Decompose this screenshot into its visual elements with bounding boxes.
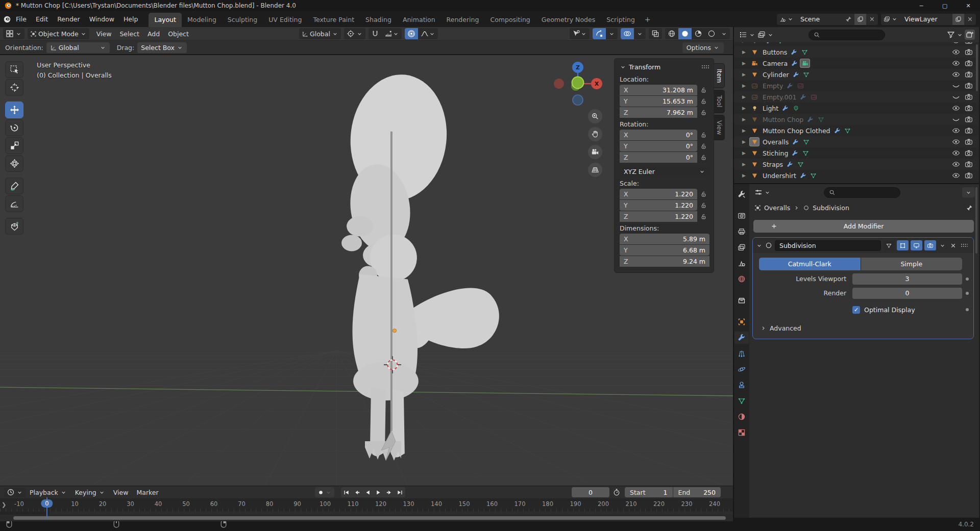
mode-dropdown[interactable]: Object Mode [28, 28, 89, 39]
object-data-icon[interactable] [808, 92, 819, 102]
object-type-icon[interactable] [749, 148, 760, 158]
animate-dot[interactable] [966, 292, 969, 295]
workspace-tab[interactable]: Geometry Nodes [536, 13, 601, 27]
hide-viewport-eye-icon[interactable] [952, 59, 960, 67]
rotation-field[interactable]: X0° [620, 130, 697, 140]
breadcrumb-modifier[interactable]: Subdivision [813, 204, 849, 212]
disclosure-icon[interactable]: ▶ [742, 173, 749, 178]
filter-icon[interactable] [947, 31, 955, 39]
properties-tab[interactable] [734, 273, 749, 285]
delete-modifier-button[interactable] [949, 242, 958, 249]
properties-editor-type-button[interactable] [753, 187, 772, 198]
outliner-scrollbar[interactable] [976, 44, 978, 91]
timeline-ruler[interactable]: -100102030405060708090100110120130140150… [0, 498, 733, 512]
menu-item[interactable]: Render [53, 13, 85, 25]
disclosure-icon[interactable]: ▶ [742, 72, 749, 77]
animate-dot[interactable] [966, 277, 969, 281]
object-data-icon[interactable] [843, 126, 853, 135]
disable-render-camera-icon[interactable] [965, 115, 973, 123]
properties-tab[interactable] [734, 257, 749, 269]
lock-icon[interactable] [697, 154, 709, 161]
snap-toggle[interactable] [369, 28, 382, 39]
hide-viewport-eye-icon[interactable] [952, 160, 960, 168]
scale-field[interactable]: X1.220 [620, 189, 697, 199]
properties-tab[interactable] [734, 347, 749, 360]
menu-item[interactable]: Window [85, 13, 119, 25]
timeline-scrollbar[interactable] [13, 516, 726, 520]
outliner-row[interactable]: ▶ Buttons [734, 46, 979, 58]
outliner-row[interactable]: ▶ Mutton Chop Clothed [734, 125, 979, 136]
hide-viewport-eye-icon[interactable] [952, 138, 960, 146]
properties-tab[interactable] [734, 294, 749, 307]
properties-scrollbar[interactable] [975, 187, 977, 254]
edit-mode-toggle[interactable] [897, 240, 909, 250]
modifier-wrench-icon[interactable] [807, 116, 814, 123]
minimize-button[interactable]: ─ [910, 0, 933, 11]
object-type-icon[interactable] [749, 126, 760, 135]
disclosure-icon[interactable]: ▶ [742, 83, 749, 88]
disclosure-icon[interactable]: ▶ [742, 150, 749, 156]
gizmos-toggle[interactable] [593, 28, 606, 39]
hide-viewport-eye-icon[interactable] [952, 127, 960, 135]
lock-icon[interactable] [697, 143, 709, 149]
dimension-field[interactable]: Z9.24 m [620, 256, 709, 267]
outliner-row[interactable]: ▶ Mutton Chop [734, 114, 979, 125]
scale-field[interactable]: Y1.220 [620, 200, 697, 211]
modifier-wrench-icon[interactable] [791, 49, 797, 56]
sidebar-tab[interactable]: Item [714, 63, 725, 88]
playback-button[interactable] [373, 487, 384, 497]
disable-render-camera-icon[interactable] [965, 93, 973, 101]
subdivision-type-button[interactable]: Simple [861, 258, 963, 270]
object-name[interactable]: Buttons [763, 48, 787, 56]
timeline-menu-item[interactable]: View [109, 489, 133, 496]
properties-tab[interactable] [734, 225, 749, 238]
object-name[interactable]: Empty [763, 82, 783, 90]
outliner-search-input[interactable] [808, 30, 885, 40]
object-data-icon[interactable] [801, 70, 812, 79]
tool-button[interactable] [5, 61, 23, 78]
drag-handle-icon[interactable] [701, 65, 709, 69]
modifier-extras-dropdown[interactable] [938, 242, 947, 249]
object-type-icon[interactable] [749, 137, 760, 146]
camera-view-button[interactable] [588, 145, 602, 159]
disclosure-icon[interactable]: ▶ [742, 117, 749, 122]
tool-button[interactable] [5, 218, 23, 235]
field-value[interactable]: 0 [852, 288, 962, 299]
drag-setting-dropdown[interactable]: Select Box [137, 42, 187, 53]
object-name[interactable]: Empty.001 [763, 93, 796, 101]
disclosure-icon[interactable]: ▶ [742, 61, 749, 66]
gizmos-dropdown[interactable] [606, 28, 618, 39]
disable-render-camera-icon[interactable] [965, 82, 973, 90]
scene-selector[interactable]: Scene [777, 14, 878, 25]
hide-viewport-eye-icon[interactable] [952, 115, 960, 123]
disclosure-icon[interactable]: ▶ [742, 49, 749, 55]
pin-id-icon[interactable] [966, 205, 973, 211]
falloff-dropdown[interactable] [418, 28, 438, 39]
location-field[interactable]: Y15.653 m [620, 96, 697, 107]
object-type-icon[interactable] [749, 171, 760, 180]
auto-key-button[interactable] [315, 487, 334, 497]
add-workspace-button[interactable]: + [641, 13, 655, 26]
outliner-row[interactable]: ▶ Cylinder [734, 69, 979, 80]
hide-viewport-eye-icon[interactable] [952, 93, 960, 101]
tool-button[interactable] [5, 178, 23, 194]
filter-dropdown-icon[interactable] [957, 32, 963, 38]
shading-wireframe-button[interactable] [665, 28, 678, 39]
sidebar-tab[interactable]: Tool [714, 90, 725, 113]
disable-render-camera-icon[interactable] [965, 59, 973, 67]
object-data-icon[interactable] [791, 104, 801, 113]
rotation-field[interactable]: Y0° [620, 141, 697, 151]
menu-item[interactable]: Edit [31, 13, 53, 25]
tool-button[interactable] [5, 137, 23, 154]
workspace-tab[interactable]: Shading [360, 13, 397, 27]
object-name[interactable]: Cylinder [763, 71, 789, 79]
disable-render-camera-icon[interactable] [965, 138, 973, 146]
modifier-wrench-icon[interactable] [834, 128, 841, 134]
outliner-editor-type-button[interactable] [738, 29, 756, 40]
properties-tab[interactable] [734, 395, 749, 407]
object-name[interactable]: Mutton Chop Clothed [763, 127, 830, 135]
object-type-icon[interactable] [749, 104, 760, 113]
dimension-field[interactable]: Y6.68 m [620, 245, 709, 256]
realtime-toggle[interactable] [911, 240, 922, 250]
object-name[interactable]: Overalls [763, 138, 789, 146]
